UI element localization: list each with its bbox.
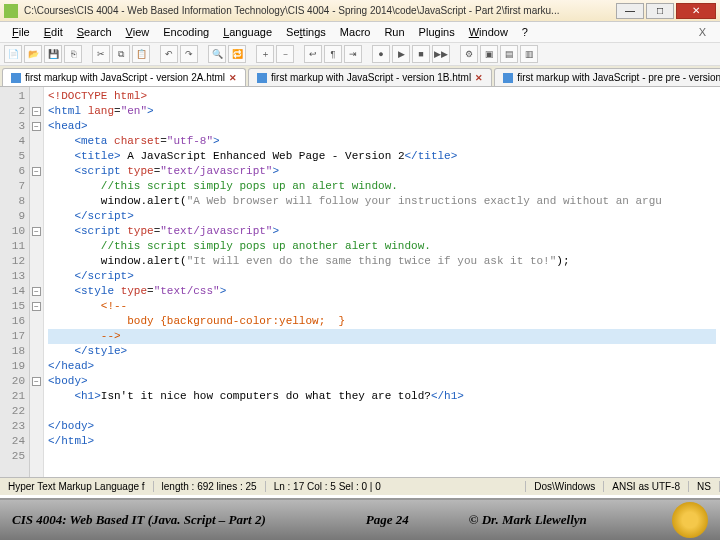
tab-label: first markup with JavaScript - pre pre -… xyxy=(517,72,720,83)
status-length: length : 692 lines : 25 xyxy=(154,481,266,492)
footer-left: CIS 4004: Web Based IT (Java. Script – P… xyxy=(12,512,266,528)
fold-margin: −− − − −− − xyxy=(30,87,44,477)
save-icon[interactable]: 💾 xyxy=(44,45,62,63)
show-all-chars-icon[interactable]: ¶ xyxy=(324,45,342,63)
redo-icon[interactable]: ↷ xyxy=(180,45,198,63)
menu-run[interactable]: Run xyxy=(378,24,410,40)
fold-toggle-icon[interactable]: − xyxy=(32,302,41,311)
maximize-button[interactable]: □ xyxy=(646,3,674,19)
title-bar: C:\Courses\CIS 4004 - Web Based Informat… xyxy=(0,0,720,22)
editor: 1234567891011121314151617181920212223242… xyxy=(0,87,720,477)
line-numbers: 1234567891011121314151617181920212223242… xyxy=(0,87,30,477)
slide-footer: CIS 4004: Web Based IT (Java. Script – P… xyxy=(0,498,720,540)
status-lang: Hyper Text Markup Language f xyxy=(0,481,154,492)
find-icon[interactable]: 🔍 xyxy=(208,45,226,63)
tab-close-icon[interactable]: ✕ xyxy=(475,73,483,83)
undo-icon[interactable]: ↶ xyxy=(160,45,178,63)
tool-icon[interactable]: ⚙ xyxy=(460,45,478,63)
ucf-logo-icon xyxy=(672,502,708,538)
zoom-in-icon[interactable]: ＋ xyxy=(256,45,274,63)
replace-icon[interactable]: 🔁 xyxy=(228,45,246,63)
code-area[interactable]: <!DOCTYPE html><html lang="en"><head> <m… xyxy=(44,87,720,477)
fold-toggle-icon[interactable]: − xyxy=(32,227,41,236)
tab-label: first markup with JavaScript - version 2… xyxy=(25,72,225,83)
macro-stop-icon[interactable]: ■ xyxy=(412,45,430,63)
cut-icon[interactable]: ✂ xyxy=(92,45,110,63)
wrap-icon[interactable]: ↩ xyxy=(304,45,322,63)
tab-close-icon[interactable]: ✕ xyxy=(229,73,237,83)
status-mode: NS xyxy=(689,481,720,492)
menu-file[interactable]: File xyxy=(6,24,36,40)
menu-search[interactable]: Search xyxy=(71,24,118,40)
paste-icon[interactable]: 📋 xyxy=(132,45,150,63)
minimize-button[interactable]: — xyxy=(616,3,644,19)
footer-copyright: © Dr. Mark Llewellyn xyxy=(469,512,587,528)
close-button[interactable]: ✕ xyxy=(676,3,716,19)
file-icon xyxy=(503,73,513,83)
fold-toggle-icon[interactable]: − xyxy=(32,107,41,116)
tool2-icon[interactable]: ▣ xyxy=(480,45,498,63)
tool3-icon[interactable]: ▤ xyxy=(500,45,518,63)
fold-toggle-icon[interactable]: − xyxy=(32,167,41,176)
zoom-out-icon[interactable]: － xyxy=(276,45,294,63)
status-pos: Ln : 17 Col : 5 Sel : 0 | 0 xyxy=(266,481,527,492)
status-encoding: ANSI as UTF-8 xyxy=(604,481,689,492)
menu-help[interactable]: ? xyxy=(516,24,534,40)
tool4-icon[interactable]: ▥ xyxy=(520,45,538,63)
menu-window[interactable]: Window xyxy=(463,24,514,40)
tab-bar: first markup with JavaScript - version 2… xyxy=(0,66,720,87)
file-icon xyxy=(11,73,21,83)
menu-view[interactable]: View xyxy=(120,24,156,40)
window-controls: — □ ✕ xyxy=(616,3,716,19)
new-file-icon[interactable]: 📄 xyxy=(4,45,22,63)
save-all-icon[interactable]: ⎘ xyxy=(64,45,82,63)
status-eol: Dos\Windows xyxy=(526,481,604,492)
fold-toggle-icon[interactable]: − xyxy=(32,122,41,131)
tab-label: first markup with JavaScript - version 1… xyxy=(271,72,471,83)
app-icon xyxy=(4,4,18,18)
menu-encoding[interactable]: Encoding xyxy=(157,24,215,40)
doc-close-button[interactable]: X xyxy=(691,24,714,40)
copy-icon[interactable]: ⧉ xyxy=(112,45,130,63)
fold-toggle-icon[interactable]: − xyxy=(32,287,41,296)
tab-0[interactable]: first markup with JavaScript - version 2… xyxy=(2,68,246,86)
main-toolbar: 📄 📂 💾 ⎘ ✂ ⧉ 📋 ↶ ↷ 🔍 🔁 ＋ － ↩ ¶ ⇥ ● ▶ ■ ▶▶… xyxy=(0,43,720,66)
status-bar: Hyper Text Markup Language f length : 69… xyxy=(0,477,720,495)
file-icon xyxy=(257,73,267,83)
open-file-icon[interactable]: 📂 xyxy=(24,45,42,63)
macro-fast-icon[interactable]: ▶▶ xyxy=(432,45,450,63)
footer-page: Page 24 xyxy=(366,512,409,528)
menu-plugins[interactable]: Plugins xyxy=(413,24,461,40)
tab-2[interactable]: first markup with JavaScript - pre pre -… xyxy=(494,68,720,86)
menu-edit[interactable]: Edit xyxy=(38,24,69,40)
menu-bar: File Edit Search View Encoding Language … xyxy=(0,22,720,43)
tab-1[interactable]: first markup with JavaScript - version 1… xyxy=(248,68,492,86)
menu-language[interactable]: Language xyxy=(217,24,278,40)
window-title: C:\Courses\CIS 4004 - Web Based Informat… xyxy=(24,5,616,16)
menu-macro[interactable]: Macro xyxy=(334,24,377,40)
menu-settings[interactable]: Settings xyxy=(280,24,332,40)
macro-record-icon[interactable]: ● xyxy=(372,45,390,63)
indent-guide-icon[interactable]: ⇥ xyxy=(344,45,362,63)
macro-play-icon[interactable]: ▶ xyxy=(392,45,410,63)
fold-toggle-icon[interactable]: − xyxy=(32,377,41,386)
